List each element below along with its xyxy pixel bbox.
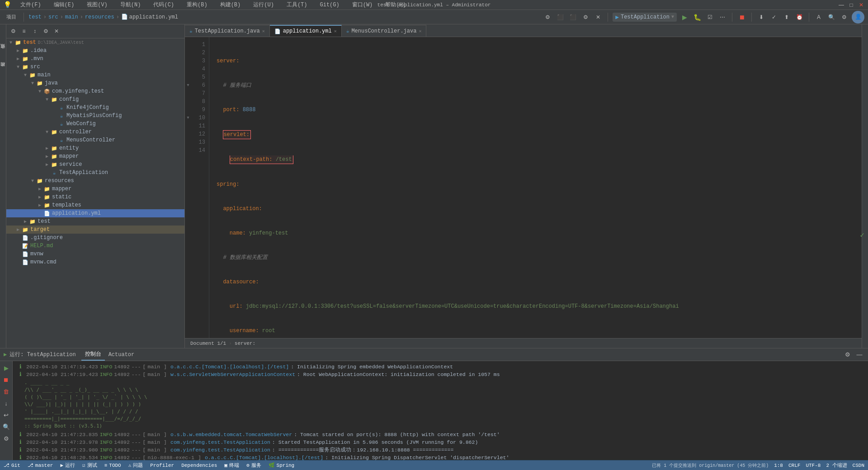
menu-navigate[interactable]: 导航(N) — [117, 0, 145, 9]
settings-btn[interactable]: ⚙ — [542, 12, 552, 22]
menu-refactor[interactable]: 重构(B) — [183, 0, 211, 9]
tree-resources[interactable]: ▼ 📁 resources — [6, 177, 184, 185]
status-run[interactable]: ▶ 运行 — [60, 462, 75, 469]
menu-tools[interactable]: 工具(T) — [283, 0, 311, 9]
breadcrumb-src[interactable]: src — [48, 14, 58, 20]
tree-main[interactable]: ▼ 📁 main — [6, 71, 184, 79]
tab-close-3[interactable]: ✕ — [419, 28, 421, 34]
menu-edit[interactable]: 编辑(E) — [50, 0, 78, 9]
tree-controller[interactable]: ▼ 📁 controller — [6, 128, 184, 136]
tree-resources-mapper[interactable]: ▶ 📁 mapper — [6, 185, 184, 193]
fold-8[interactable] — [185, 98, 191, 106]
tree-mvnw[interactable]: ▶ 📄 mvnw — [6, 250, 184, 258]
menu-window[interactable]: 窗口(W) — [349, 0, 377, 9]
status-spring[interactable]: 🌿 Spring — [269, 462, 295, 468]
run-tab-console[interactable]: 控制台 — [81, 348, 105, 361]
status-terminal[interactable]: ▣ 终端 — [224, 462, 239, 469]
close-toolbar-btn[interactable]: ✕ — [593, 12, 603, 22]
fold-13[interactable] — [185, 138, 191, 146]
code-editor[interactable]: ▼ ▼ 1 2 3 4 5 6 — [185, 37, 862, 338]
tree-test-app[interactable]: ▶ ☕ TestApplication — [6, 169, 184, 177]
fold-12[interactable] — [185, 130, 191, 138]
tree-templates[interactable]: ▶ 📁 templates — [6, 201, 184, 209]
menu-file[interactable]: 文件(F) — [17, 0, 45, 9]
tree-webconfig[interactable]: ▶ ☕ WebConfig — [6, 120, 184, 128]
close-button[interactable]: ✕ — [858, 2, 864, 8]
fold-2[interactable] — [185, 49, 191, 57]
status-dependencies[interactable]: Dependencies — [181, 463, 217, 468]
more-run-btn[interactable]: ⋯ — [717, 12, 727, 22]
user-avatar[interactable]: 👤 — [852, 11, 864, 24]
tree-src[interactable]: ▼ 📁 src — [6, 63, 184, 71]
fold-1[interactable] — [185, 41, 191, 49]
tree-mvnwcmd[interactable]: ▶ 📄 mvnw.cmd — [6, 258, 184, 266]
run-restart-btn[interactable]: ▶ — [1, 363, 11, 373]
tree-helpmd[interactable]: ▶ 📝 HELP.md — [6, 242, 184, 250]
sidebar-sort-btn[interactable]: ↕ — [30, 26, 40, 36]
fold-3[interactable] — [185, 57, 191, 65]
tab-menus-controller[interactable]: ☕ MenusController.java ✕ — [342, 25, 427, 37]
status-csdn[interactable]: CSDN — [853, 463, 864, 468]
run-filter-btn[interactable]: 🔍 — [1, 422, 11, 432]
breadcrumb-main[interactable]: main — [65, 14, 78, 20]
translate-btn[interactable]: A — [814, 12, 824, 22]
gear-btn[interactable]: ⚙ — [839, 12, 849, 22]
git-history-btn[interactable]: ⏰ — [794, 12, 804, 22]
tab-application-yml[interactable]: 📄 application.yml ✕ — [270, 25, 342, 37]
status-indent[interactable]: 2 个缩进 — [826, 462, 847, 469]
fold-4[interactable] — [185, 65, 191, 73]
tree-entity[interactable]: ▶ 📁 entity — [6, 144, 184, 152]
git-update-btn[interactable]: ⬇ — [756, 12, 766, 22]
status-profiler[interactable]: Profiler — [150, 463, 174, 468]
tree-java[interactable]: ▼ 📁 java — [6, 79, 184, 87]
menu-code[interactable]: 代码(C) — [150, 0, 178, 9]
fold-6[interactable]: ▼ — [185, 81, 191, 89]
minimize-button[interactable]: — — [838, 2, 844, 8]
run-scroll-end-btn[interactable]: ↓ — [1, 398, 11, 408]
status-encoding[interactable]: CRLF — [788, 463, 800, 468]
run-tab-actuator[interactable]: Actuator — [105, 350, 138, 360]
status-charset[interactable]: UTF-8 — [806, 463, 821, 468]
menu-view[interactable]: 视图(V) — [83, 0, 111, 9]
fold-10[interactable]: ▼ — [185, 114, 191, 122]
menu-git[interactable]: Git(G) — [316, 1, 343, 9]
run-with-coverage-btn[interactable]: ☑ — [705, 12, 715, 22]
project-panel-btn[interactable]: 项目 — [4, 12, 19, 22]
align-center-btn[interactable]: ⬛ — [568, 12, 578, 22]
sidebar-settings-btn[interactable]: ⚙ — [8, 26, 18, 36]
tree-gitignore[interactable]: ▶ 📄 .gitignore — [6, 234, 184, 242]
status-problems[interactable]: ⚠ 问题 — [128, 462, 143, 469]
fold-5[interactable] — [185, 73, 191, 81]
tree-application-yml[interactable]: ▶ 📄 application.yml — [6, 209, 184, 217]
left-panel-item1[interactable]: 收藏 — [0, 52, 6, 52]
status-services[interactable]: ⚙ 服务 — [246, 462, 261, 469]
menu-build[interactable]: 构建(B) — [217, 0, 245, 9]
run-wrap-btn[interactable]: ↩ — [1, 410, 11, 420]
tree-mvn[interactable]: ▶ 📁 .mvn — [6, 55, 184, 63]
run-btn[interactable]: ▶ — [679, 12, 689, 22]
tree-menus-controller[interactable]: ▶ ☕ MenusController — [6, 136, 184, 144]
tree-target[interactable]: ▶ 📁 target — [6, 226, 184, 234]
tree-package[interactable]: ▼ 📦 com.yinfeng.test — [6, 87, 184, 95]
fold-7[interactable] — [185, 89, 191, 98]
tab-test-application[interactable]: ☕ TestApplication.java ✕ — [185, 25, 270, 37]
tree-root[interactable]: ▼ 📁 test D:\IDEA_JAVA\test — [6, 38, 184, 47]
tree-test[interactable]: ▶ 📁 test — [6, 217, 184, 226]
code-content[interactable]: server: # 服务端口 port: 8888 servlet: conte… — [209, 37, 862, 338]
breadcrumb-file[interactable]: 📄 application.yml — [121, 14, 178, 20]
status-line-col[interactable]: 1:8 — [774, 463, 783, 468]
maximize-button[interactable]: □ — [848, 2, 854, 8]
status-branch[interactable]: ⎇ master — [28, 462, 53, 468]
run-settings-btn[interactable]: ⚙ — [843, 350, 853, 360]
fold-11[interactable] — [185, 122, 191, 130]
tree-knife4j[interactable]: ▶ ☕ Knife4jConfig — [6, 103, 184, 112]
run-stop-btn[interactable]: ⏹ — [1, 375, 11, 385]
tab-close-1[interactable]: ✕ — [262, 28, 265, 34]
align-left-btn[interactable]: ⬛ — [555, 12, 565, 22]
sidebar-filter-btn[interactable]: ⚙ — [41, 26, 51, 36]
run-config[interactable]: ▶ TestApplication ▼ — [613, 13, 677, 22]
tree-idea[interactable]: ▶ 📁 .idea — [6, 47, 184, 55]
fold-14[interactable] — [185, 146, 191, 155]
menu-run[interactable]: 运行(U) — [250, 0, 278, 9]
run-clear-btn[interactable]: 🗑 — [1, 386, 11, 396]
